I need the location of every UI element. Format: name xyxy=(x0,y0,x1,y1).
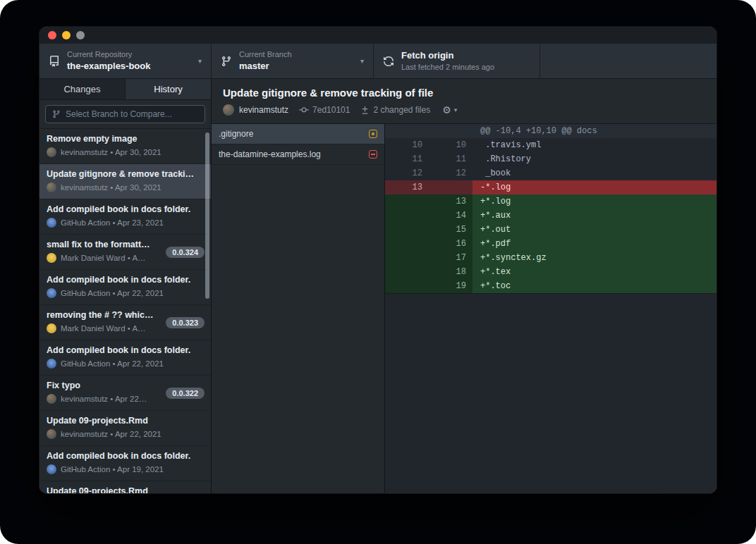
file-list-item[interactable]: .gitignore xyxy=(212,124,384,144)
author-avatar xyxy=(47,253,56,263)
content: Changes History Select Branch to Compare… xyxy=(39,79,717,493)
author-avatar xyxy=(47,323,56,333)
chevron-down-icon: ▾ xyxy=(198,57,202,65)
commit-list-item[interactable]: Update gitignore & remove tracki… kevina… xyxy=(39,164,211,199)
commit-author-date: kevinamstutz • Apr 22… xyxy=(61,395,147,403)
new-line-number: 13 xyxy=(429,194,472,209)
diff-line: 19 +*.toc xyxy=(385,279,717,293)
version-tag-badge: 0.0.323 xyxy=(166,317,205,328)
diff-line: 12 12 _book xyxy=(385,166,717,180)
close-window-button[interactable] xyxy=(48,31,56,39)
commit-summary: Add compiled book in docs folder. xyxy=(47,204,204,214)
diff-line: 14 +*.aux xyxy=(385,209,717,223)
new-line-gutter xyxy=(429,124,472,138)
commit-summary: Add compiled book in docs folder. xyxy=(47,275,204,285)
commit-list-item[interactable]: Update 09-projects.Rmd xyxy=(39,481,211,493)
author-avatar xyxy=(47,183,56,192)
diff-line-text: +*.aux xyxy=(472,209,717,223)
tab-history[interactable]: History xyxy=(126,79,211,99)
diff-lines: 10 10 .travis.yml 11 11 .Rhistory xyxy=(385,138,717,294)
commit-author-date: GitHub Action • Apr 19, 2021 xyxy=(61,465,164,474)
sidebar: Changes History Select Branch to Compare… xyxy=(39,79,212,493)
current-repository-dropdown[interactable]: Current Repository the-examples-book ▾ xyxy=(39,44,212,78)
old-line-number: 10 xyxy=(385,138,429,152)
diff-line-text: _book xyxy=(472,166,717,180)
version-tag-badge: 0.0.322 xyxy=(166,388,205,399)
fetch-status: Last fetched 2 minutes ago xyxy=(401,62,494,73)
author-avatar xyxy=(47,394,56,404)
changed-files-count: 2 changed files xyxy=(360,105,430,115)
sidebar-tabs: Changes History xyxy=(39,79,211,100)
commit-summary: Remove empty image xyxy=(47,134,204,144)
commit-list-item[interactable]: Add compiled book in docs folder. GitHub… xyxy=(39,270,211,305)
new-line-number: 17 xyxy=(429,251,472,265)
commit-detail-panel: Update gitignore & remove tracking of fi… xyxy=(212,79,717,493)
commit-sha-value: 7ed10101 xyxy=(312,105,350,115)
old-line-number xyxy=(385,237,429,251)
new-line-number: 18 xyxy=(429,265,472,279)
titlebar[interactable] xyxy=(39,27,717,44)
old-line-number: 11 xyxy=(385,152,429,166)
fetch-origin-button[interactable]: Fetch origin Last fetched 2 minutes ago xyxy=(374,44,540,78)
commit-author-date: Mark Daniel Ward • A… xyxy=(61,254,146,262)
diff-line: 13 -*.log xyxy=(385,180,717,194)
zoom-window-button[interactable] xyxy=(76,31,85,39)
new-line-number: 10 xyxy=(429,138,472,152)
old-line-number xyxy=(385,194,429,209)
branch-compare-input[interactable]: Select Branch to Compare... xyxy=(45,105,205,123)
commit-list-item[interactable]: Add compiled book in docs folder. GitHub… xyxy=(39,199,211,235)
commit-detail-body: .gitignore the-datamine-examples.log xyxy=(212,124,717,493)
commit-list-item[interactable]: Remove empty image kevinamstutz • Apr 30… xyxy=(39,129,211,164)
commit-list-item[interactable]: Add compiled book in docs folder. GitHub… xyxy=(39,446,211,481)
current-branch-dropdown[interactable]: Current Branch master ▾ xyxy=(212,44,374,78)
diff-line-text: +*.tex xyxy=(472,265,717,279)
old-line-number xyxy=(385,223,429,237)
commit-author: kevinamstutz xyxy=(239,105,288,115)
commit-author-date: Mark Daniel Ward • A… xyxy=(61,324,146,333)
branch-compare-placeholder: Select Branch to Compare... xyxy=(66,109,172,119)
branch-icon xyxy=(221,56,232,67)
commit-meta-row: kevinamstutz • Apr 30, 2021 xyxy=(47,147,204,157)
commit-list-item[interactable]: Update 09-projects.Rmd kevinamstutz • Ap… xyxy=(39,411,211,446)
commit-list-item[interactable]: removing the # ?? whic… Mark Daniel Ward… xyxy=(39,305,211,340)
branch-compare-container: Select Branch to Compare... xyxy=(39,100,211,129)
branch-icon xyxy=(52,110,61,118)
chevron-down-icon: ▾ xyxy=(454,106,458,113)
commit-meta: kevinamstutz 7ed10101 2 changed files xyxy=(223,104,705,116)
tab-changes[interactable]: Changes xyxy=(39,79,126,99)
changed-files-list: .gitignore the-datamine-examples.log xyxy=(212,124,385,493)
minimize-window-button[interactable] xyxy=(62,31,71,39)
commit-author-date: kevinamstutz • Apr 22, 2021 xyxy=(61,430,161,438)
file-name: the-datamine-examples.log xyxy=(219,149,321,159)
commit-list-scrollbar[interactable] xyxy=(205,132,209,299)
commit-author-date: kevinamstutz • Apr 30, 2021 xyxy=(61,183,161,192)
commit-meta-row: kevinamstutz • Apr 22, 2021 xyxy=(47,429,204,439)
version-tag-badge: 0.0.324 xyxy=(166,247,205,258)
diff-line: 17 +*.synctex.gz xyxy=(385,251,717,265)
diff-line: 16 +*.pdf xyxy=(385,237,717,251)
author-avatar xyxy=(47,429,56,439)
author-avatar xyxy=(47,288,56,298)
diff-line: 15 +*.out xyxy=(385,223,717,237)
commit-options-button[interactable]: ⚙ ▾ xyxy=(442,105,457,115)
commit-summary: Add compiled book in docs folder. xyxy=(47,451,204,461)
commit-meta-row: GitHub Action • Apr 22, 2021 xyxy=(47,359,204,369)
commit-list-item[interactable]: small fix to the formatt… Mark Daniel Wa… xyxy=(39,235,211,270)
repository-label: Current Repository xyxy=(67,49,150,60)
commit-icon xyxy=(299,105,309,115)
old-line-number xyxy=(385,251,429,265)
file-list-item[interactable]: the-datamine-examples.log xyxy=(212,144,384,165)
diff-line-text: +*.synctex.gz xyxy=(472,251,717,265)
branch-text: Current Branch master xyxy=(239,49,292,72)
branch-label: Current Branch xyxy=(239,49,292,60)
commit-author-date: GitHub Action • Apr 22, 2021 xyxy=(61,359,164,368)
diff-line: 18 +*.tex xyxy=(385,265,717,279)
diff-line-text: +*.out xyxy=(472,223,717,237)
new-line-number: 14 xyxy=(429,209,472,223)
author-avatar xyxy=(47,359,56,369)
commit-list-item[interactable]: Fix typo kevinamstutz • Apr 22… 0.0.322 xyxy=(39,376,211,411)
commit-meta-row: GitHub Action • Apr 19, 2021 xyxy=(47,464,204,474)
commit-author-date: GitHub Action • Apr 22, 2021 xyxy=(61,289,164,297)
new-line-number: 16 xyxy=(429,237,472,251)
commit-list-item[interactable]: Add compiled book in docs folder. GitHub… xyxy=(39,340,211,376)
